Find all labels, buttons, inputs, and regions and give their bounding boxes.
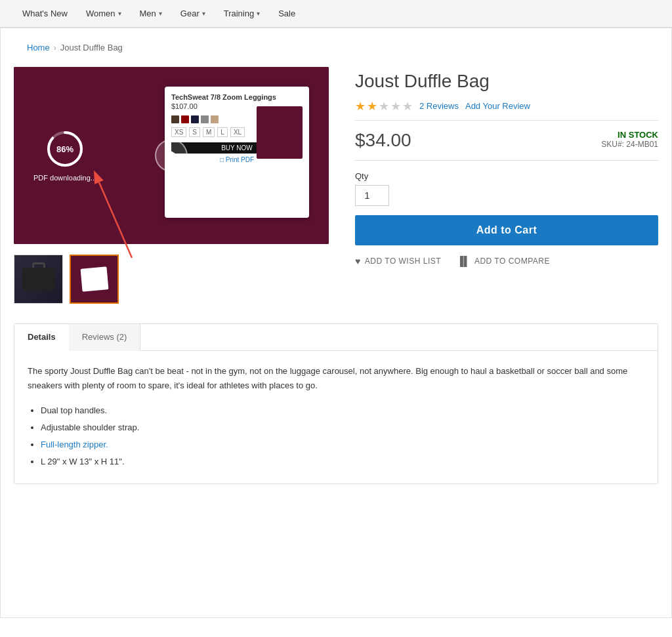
- tab-details[interactable]: Details: [14, 324, 69, 351]
- play-icon: [167, 148, 178, 163]
- product-info: Joust Duffle Bag ★ ★ ★ ★ ★ 2 Reviews Add…: [355, 67, 658, 304]
- features-list: Dual top handles. Adjustable shoulder st…: [28, 402, 644, 470]
- add-to-cart-button[interactable]: Add to Cart: [355, 215, 658, 245]
- nav-item-gear[interactable]: Gear ▾: [171, 0, 215, 27]
- chevron-down-icon: ▾: [257, 10, 260, 17]
- breadcrumb-current: Joust Duffle Bag: [60, 43, 123, 52]
- actions-row: ♥ ADD TO WISH LIST ▐▌ ADD TO COMPARE: [355, 256, 658, 266]
- nav-item-sale[interactable]: Sale: [269, 0, 304, 27]
- chevron-down-icon: ▾: [118, 10, 121, 17]
- swatch-brown[interactable]: [171, 115, 179, 123]
- star-4: ★: [390, 99, 401, 113]
- thumb-card-preview: [80, 266, 108, 291]
- chevron-down-icon: ▾: [159, 10, 162, 17]
- nav-item-training[interactable]: Training ▾: [215, 0, 269, 27]
- size-s[interactable]: S: [189, 127, 200, 137]
- breadcrumb-separator: ›: [54, 43, 56, 52]
- size-xl[interactable]: XL: [230, 127, 245, 137]
- tabs-header: Details Reviews (2): [14, 324, 658, 351]
- feature-3: Full-length zipper.: [41, 436, 644, 453]
- chevron-down-icon: ▾: [202, 10, 205, 17]
- breadcrumb: Home › Joust Duffle Bag: [14, 35, 658, 60]
- bag-body: [22, 268, 55, 291]
- feature-2: Adjustable shoulder strap.: [41, 419, 644, 436]
- price-stock-row: $34.00 IN STOCK SKU#: 24-MB01: [355, 130, 658, 161]
- tab-content-details: The sporty Joust Duffle Bag can't be bea…: [14, 351, 658, 483]
- breadcrumb-home[interactable]: Home: [27, 43, 50, 52]
- play-button[interactable]: [155, 139, 188, 172]
- product-description: The sporty Joust Duffle Bag can't be bea…: [28, 364, 644, 393]
- qty-input[interactable]: [355, 185, 389, 206]
- nav-item-whats-new[interactable]: What's New: [13, 0, 77, 27]
- star-5: ★: [402, 99, 413, 113]
- thumbnail-video[interactable]: [70, 255, 119, 304]
- product-media: 86% PDF downloading... TechSweat 7/8 Zoo…: [14, 67, 329, 304]
- star-rating: ★ ★ ★ ★ ★: [355, 99, 413, 113]
- add-to-compare-button[interactable]: ▐▌ ADD TO COMPARE: [457, 256, 550, 266]
- ratings-row: ★ ★ ★ ★ ★ 2 Reviews Add Your Review: [355, 99, 658, 121]
- qty-label: Qty: [355, 171, 658, 181]
- nav-label-sale: Sale: [278, 9, 295, 18]
- product-layout: 86% PDF downloading... TechSweat 7/8 Zoo…: [14, 67, 658, 304]
- thumbnails-container: [14, 255, 329, 304]
- page-content: Home › Joust Duffle Bag 86%: [0, 28, 672, 618]
- nav-item-men[interactable]: Men ▾: [131, 0, 171, 27]
- swatch-tan[interactable]: [211, 115, 219, 123]
- pdf-downloading-text: PDF downloading...: [33, 174, 96, 182]
- card-product-title: TechSweat 7/8 Zoom Leggings: [171, 93, 303, 101]
- main-media-area: 86% PDF downloading... TechSweat 7/8 Zoo…: [14, 67, 329, 244]
- bag-visual: [22, 268, 55, 291]
- compare-label: ADD TO COMPARE: [474, 257, 550, 266]
- star-1: ★: [355, 99, 366, 113]
- thumbnail-bag[interactable]: [14, 255, 63, 304]
- nav-label-training: Training: [224, 9, 254, 18]
- progress-percent: 86%: [56, 144, 74, 154]
- download-progress-circle: 86%: [45, 129, 85, 169]
- add-review-link[interactable]: Add Your Review: [465, 101, 530, 111]
- size-l[interactable]: L: [217, 127, 228, 137]
- wishlist-label: ADD TO WISH LIST: [365, 257, 441, 266]
- reviews-link[interactable]: 2 Reviews: [419, 101, 459, 111]
- nav-label-men: Men: [140, 9, 156, 18]
- swatch-red[interactable]: [181, 115, 189, 123]
- qty-section: Qty: [355, 171, 658, 206]
- card-product-image: [257, 106, 303, 159]
- nav-label-gear: Gear: [180, 9, 200, 18]
- product-price: $34.00: [355, 130, 411, 151]
- thumbnail-list: [14, 255, 329, 304]
- thumb-video-image: [71, 256, 117, 302]
- nav-label-whats-new: What's New: [22, 9, 68, 18]
- size-m[interactable]: M: [203, 127, 215, 137]
- feature-1: Dual top handles.: [41, 402, 644, 419]
- sku-value: 24-MB01: [626, 140, 658, 149]
- stock-info: IN STOCK SKU#: 24-MB01: [601, 130, 658, 149]
- swatch-navy[interactable]: [191, 115, 199, 123]
- add-to-wishlist-button[interactable]: ♥ ADD TO WISH LIST: [355, 256, 441, 266]
- tab-reviews[interactable]: Reviews (2): [69, 324, 141, 351]
- star-3: ★: [379, 99, 389, 113]
- compare-icon: ▐▌: [457, 256, 471, 266]
- size-xs[interactable]: XS: [171, 127, 186, 137]
- thumb-bag-image: [14, 255, 62, 303]
- swatch-gray[interactable]: [201, 115, 209, 123]
- in-stock-badge: IN STOCK: [601, 130, 658, 140]
- star-2: ★: [367, 99, 377, 113]
- tabs-section: Details Reviews (2) The sporty Joust Duf…: [14, 323, 658, 484]
- sku: SKU#: 24-MB01: [601, 140, 658, 149]
- nav-item-women[interactable]: Women ▾: [77, 0, 131, 27]
- feature-4: L 29" x W 13" x H 11".: [41, 453, 644, 470]
- pdf-download-overlay: 86% PDF downloading...: [33, 129, 96, 182]
- navigation: What's New Women ▾ Men ▾ Gear ▾ Training…: [0, 0, 672, 28]
- heart-icon: ♥: [355, 256, 361, 266]
- bag-handle: [32, 262, 45, 268]
- product-title: Joust Duffle Bag: [355, 70, 658, 92]
- nav-label-women: Women: [86, 9, 116, 18]
- full-length-zipper-link[interactable]: Full-length zipper.: [41, 440, 108, 449]
- sku-label: SKU#:: [601, 140, 624, 149]
